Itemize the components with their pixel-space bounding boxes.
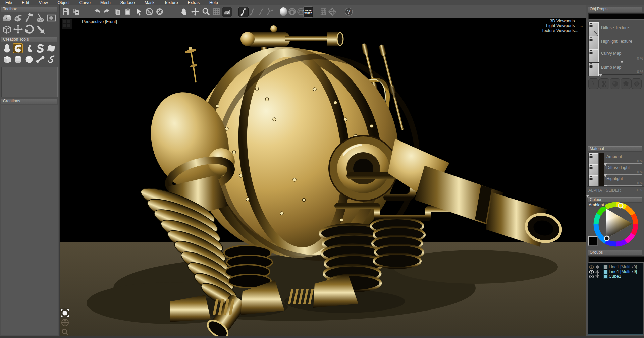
menu-mesh[interactable]: Mesh [100, 0, 111, 5]
help-button[interactable]: ? [344, 7, 354, 16]
group-row-line1-a[interactable]: Line1 [Multi x9] [588, 265, 643, 269]
diffuse-light-thumb[interactable] [588, 164, 598, 175]
draw-curve-button[interactable] [238, 7, 249, 17]
create-drip[interactable] [24, 43, 34, 53]
uv-grid-button[interactable] [319, 7, 328, 16]
menu-file[interactable]: File [5, 0, 12, 5]
diffuse-light-color-swatch[interactable] [599, 164, 604, 175]
select-cursor-button[interactable] [134, 7, 144, 16]
curvy-map-thumb[interactable] [588, 49, 599, 63]
create-curve-s[interactable] [35, 43, 45, 53]
create-wire-curve[interactable] [46, 54, 56, 64]
create-blob[interactable] [2, 43, 12, 53]
pan-nav-button[interactable] [60, 318, 69, 327]
group-row-cube1[interactable]: Cube1 [588, 274, 643, 279]
group-row-line1-b[interactable]: Line1 [Multi x9] [588, 269, 643, 274]
bump-map-slider-handle[interactable] [599, 74, 602, 77]
wireframe-view-button[interactable] [287, 7, 297, 16]
curved-wires-button[interactable]: CURVED WIRES [304, 7, 313, 17]
create-sheet[interactable] [46, 43, 56, 53]
sv-triangle[interactable] [606, 209, 632, 239]
menu-edit[interactable]: Edit [22, 0, 29, 5]
menu-object[interactable]: Object [58, 0, 70, 5]
bump-map-thumb[interactable] [588, 62, 599, 76]
copy-button[interactable] [113, 7, 122, 16]
groups-filter-input[interactable] [588, 256, 644, 263]
tool-hammer[interactable] [24, 13, 34, 23]
freeze-flake-icon[interactable] [595, 270, 599, 274]
subdivide-button[interactable] [328, 7, 337, 16]
save-button[interactable] [61, 7, 70, 16]
checker-shade-button[interactable] [599, 78, 609, 89]
crescent-shade-button[interactable] [588, 78, 599, 89]
object-name-input[interactable] [588, 13, 644, 20]
zoom-button[interactable] [201, 7, 211, 16]
tool-wire-cube[interactable] [2, 24, 12, 34]
alpha-slider[interactable] [588, 193, 642, 197]
shaded-view-button[interactable] [279, 7, 288, 16]
link-light-viewports[interactable]: Light Viewports... [541, 23, 583, 28]
ambient-color-swatch[interactable] [599, 153, 604, 164]
rotate-tool-icon [24, 24, 34, 34]
curve-skeleton-button[interactable] [265, 7, 275, 16]
checker-shade-icon [601, 80, 608, 88]
highlight-color-swatch[interactable] [599, 175, 604, 186]
menu-curve[interactable]: Curve [79, 0, 91, 5]
ambient-thumb[interactable] [588, 153, 598, 164]
create-curve-c[interactable] [13, 43, 23, 53]
tool-rotate[interactable] [24, 24, 34, 34]
bump-map-slider[interactable] [600, 72, 642, 76]
create-cylinder[interactable] [13, 54, 23, 64]
soft-shade-button[interactable] [610, 78, 620, 89]
viewport-layout-button[interactable] [62, 19, 72, 29]
diffuse-texture-thumb[interactable] [588, 22, 599, 36]
undo-button[interactable] [92, 7, 102, 16]
curve-point-button[interactable] [257, 7, 266, 16]
tool-render[interactable] [46, 13, 56, 23]
sv-marker[interactable] [604, 236, 609, 241]
menu-extras[interactable]: Extras [188, 0, 200, 5]
zoom-nav-button[interactable] [60, 327, 69, 336]
freeze-flake-icon[interactable] [595, 265, 599, 269]
create-cube[interactable] [2, 54, 12, 64]
import-export-button[interactable] [71, 7, 80, 16]
current-colour-swatch[interactable] [588, 236, 598, 246]
deselect-button[interactable] [145, 7, 154, 16]
delete-button[interactable] [155, 7, 164, 16]
creations-list[interactable] [1, 105, 58, 335]
tool-sculpt[interactable] [13, 13, 23, 23]
visibility-eye-icon[interactable] [589, 270, 594, 274]
diamond-shade-button[interactable] [631, 78, 642, 89]
colour-wheel[interactable] [592, 202, 641, 251]
visibility-eye-icon[interactable] [589, 265, 594, 269]
curvy-map-slider-handle[interactable] [620, 61, 624, 63]
facet-shade-button[interactable] [621, 78, 631, 89]
menu-help[interactable]: Help [209, 0, 218, 5]
highlight-texture-thumb[interactable] [588, 36, 599, 50]
curvy-map-slider[interactable] [600, 59, 642, 63]
protractor-button[interactable] [222, 7, 232, 17]
create-bone[interactable] [35, 54, 45, 64]
link-texture-viewports[interactable]: Texture Viewports... [541, 28, 583, 33]
redo-button[interactable] [102, 7, 112, 16]
viewport-canvas[interactable]: Perspective [Front] 3D Viewports... Ligh… [60, 18, 586, 336]
tool-scale[interactable] [35, 24, 45, 34]
visibility-eye-icon[interactable] [589, 275, 594, 278]
move-button[interactable] [191, 7, 200, 16]
pan-hand-button[interactable] [179, 7, 189, 16]
link-3d-viewports[interactable]: 3D Viewports... [541, 19, 583, 23]
tool-primitives[interactable] [2, 13, 12, 23]
edit-curve-button[interactable] [248, 7, 257, 16]
tool-paint[interactable] [35, 13, 45, 23]
grid-snap-button[interactable] [212, 7, 221, 16]
tool-move[interactable] [13, 24, 23, 34]
freeze-flake-icon[interactable] [595, 274, 599, 278]
menu-surface[interactable]: Surface [120, 0, 135, 5]
menu-texture[interactable]: Texture [164, 0, 178, 5]
menu-mask[interactable]: Mask [145, 0, 155, 5]
paste-button[interactable] [123, 7, 132, 16]
orbit-nav-button[interactable] [60, 308, 69, 318]
create-sphere[interactable] [24, 54, 34, 64]
menu-view[interactable]: View [39, 0, 48, 5]
highlight-thumb[interactable] [588, 175, 598, 186]
